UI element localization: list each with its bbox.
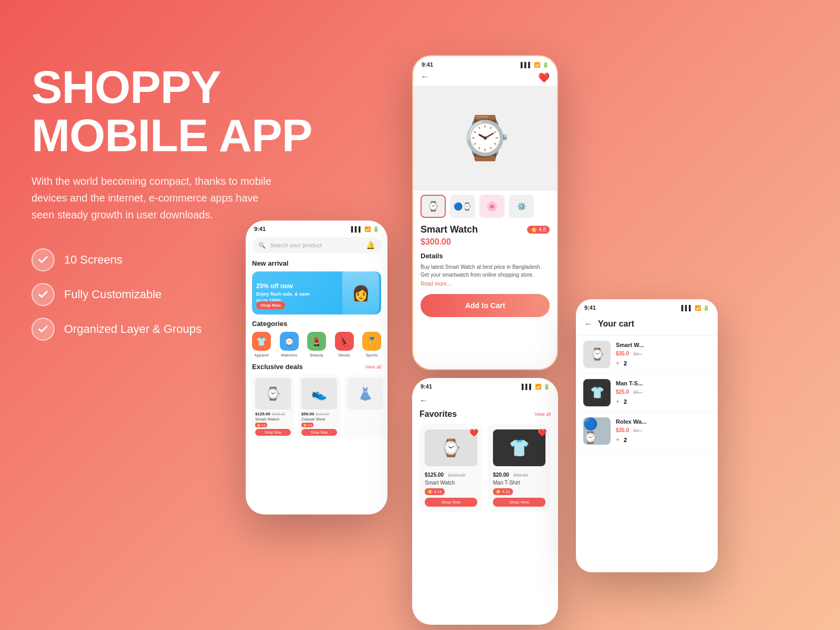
details-label: Details (421, 252, 550, 260)
detail-name: Smart Watch (421, 224, 478, 235)
shop-btn-1[interactable]: Shop Now (255, 429, 291, 436)
categories-label: Categories (252, 320, 381, 328)
cart-item-info-1: Smart W... $35.0 $4... + 2 (616, 342, 710, 367)
banner-shop-btn[interactable]: Shop Now (256, 301, 285, 309)
read-more-link[interactable]: Read more.... (421, 281, 550, 287)
fav-price-row-1: $125.00 $199.00 (425, 469, 477, 479)
fav-shop-btn-1[interactable]: Shop Now (425, 498, 477, 507)
cart-item-1[interactable]: ⌚ Smart W... $35.0 $4... + 2 (576, 335, 718, 374)
fav-price-2: $20.00 (493, 472, 509, 478)
signal-icon-2: ▌▌▌ (521, 62, 532, 68)
fav-card-2[interactable]: ❤️ 👕 $20.00 $50.00 Man T-Shirt ⭐ 4.11 Sh… (488, 424, 551, 512)
cat-icon-shoes: 👠 (335, 332, 354, 351)
cart-item-oldprice-2: $5... (633, 390, 643, 395)
thumb-4[interactable]: ⚙️ (509, 195, 534, 218)
fav-heart-2[interactable]: ❤️ (538, 428, 547, 437)
fav-back-button[interactable]: ← (419, 396, 428, 405)
cart-item-prices-3: $35.0 $4... (616, 425, 710, 434)
feature-label-2: Fully Customizable (64, 288, 162, 301)
rating-badge-2: ⭐ 4.3 (301, 423, 313, 427)
product-img-3: 👗 (348, 378, 383, 410)
qty-control-2: + 2 (616, 398, 710, 405)
detail-info: Smart Watch ⭐ 4.8 $300.00 Details Buy la… (413, 224, 557, 287)
banner-image: 👩 (342, 271, 379, 314)
product-img-1: ⌚ (255, 378, 291, 410)
heart-icon-1[interactable]: ♡ (286, 378, 291, 384)
cat-shoes[interactable]: 👠 Shoes (335, 332, 354, 358)
qty-minus-1[interactable]: + (616, 360, 620, 367)
fav-card-1[interactable]: ❤️ ⌚ $125.00 $199.00 Smart Watch ⭐ 4.11 … (419, 424, 482, 512)
favorites-label: Favorites (419, 410, 457, 419)
fav-view-all[interactable]: View all (534, 412, 551, 417)
star-icon: ⭐ (531, 227, 537, 233)
favorite-heart-icon[interactable]: ❤️ (538, 72, 550, 83)
fav-oldprice-1: $199.00 (448, 472, 466, 478)
qty-num-1: 2 (624, 360, 627, 366)
detail-nav: ← ❤️ (413, 70, 557, 86)
search-placeholder: Search your product (270, 242, 322, 248)
cat-watches[interactable]: ⌚ Watches (280, 332, 299, 358)
thumb-1[interactable]: ⌚ (421, 195, 446, 218)
cart-back-button[interactable]: ← (584, 319, 593, 329)
cart-item-name-3: Rolex Wa... (616, 418, 710, 425)
cat-beauty[interactable]: 💄 Beauty (307, 332, 326, 358)
fav-oldprice-2: $50.00 (513, 472, 528, 478)
qty-plus-2[interactable]: + (616, 398, 620, 405)
battery-icon-2: 🔋 (542, 62, 549, 68)
banner[interactable]: 25% off now Enjoy flash sale, & save up … (252, 271, 381, 314)
product-name-2: Casual Shoe (301, 417, 337, 422)
fav-rating-2: ⭐ 4.11 (493, 488, 513, 495)
cat-label-shoes: Shoes (338, 353, 350, 358)
app-title: SHOPPY MOBILE APP (32, 63, 346, 160)
heart-icon-2[interactable]: ♡ (332, 378, 337, 384)
fav-name-2: Man T-Shirt (493, 480, 545, 486)
wifi-icon: 📶 (364, 226, 371, 232)
cart-item-prices-2: $25.0 $5... (616, 386, 710, 396)
phone-home: 9:41 ▌▌▌ 📶 🔋 🔍 Search your product 🔔 New… (246, 220, 387, 514)
fav-shop-btn-2[interactable]: Shop Now (493, 498, 545, 507)
shop-btn-2[interactable]: Shop Now (301, 429, 337, 436)
status-icons-2: ▌▌▌ 📶 🔋 (521, 62, 549, 68)
cart-title: Your cart (598, 319, 634, 329)
cart-item-info-3: Rolex Wa... $35.0 $4... + 2 (616, 418, 710, 444)
cat-sports[interactable]: 🏅 Sports (362, 332, 381, 358)
qty-num-2: 2 (624, 398, 627, 405)
cart-item-2[interactable]: 👕 Man T-S... $25.0 $5... + 2 (576, 374, 718, 412)
cart-header: ← Your cart (576, 313, 718, 335)
check-icon-2 (32, 283, 55, 306)
back-button[interactable]: ← (421, 72, 429, 83)
status-icons-4: ▌▌▌ 📶 🔋 (681, 305, 709, 311)
cat-icon-beauty: 💄 (307, 332, 326, 351)
product-card-2[interactable]: ♡ 👟 $50.00 $100.00 Casual Shoe ⭐ 4.3 Sho… (298, 375, 340, 439)
product-card-1[interactable]: ♡ ⌚ $125.00 $199.00 Smart Watch ⭐ 4.5 Sh… (252, 375, 294, 439)
add-to-cart-button[interactable]: Add to Cart (421, 294, 550, 317)
detail-rating: ⭐ 4.8 (527, 226, 550, 234)
products-row: ♡ ⌚ $125.00 $199.00 Smart Watch ⭐ 4.5 Sh… (252, 375, 381, 439)
product-oldprice-1: $199.00 (272, 412, 285, 416)
app-title-line1: SHOPPY (32, 61, 221, 113)
status-icons-3: ▌▌▌ 📶 🔋 (522, 384, 550, 390)
detail-description: Buy latest Smart Watch at best price in … (421, 263, 550, 279)
qty-num-3: 2 (624, 437, 627, 443)
signal-icon-4: ▌▌▌ (681, 305, 692, 311)
deals-header: Exclusive deals View all (252, 363, 381, 371)
wifi-icon-4: 📶 (695, 305, 701, 311)
cart-item-img-1: ⌚ (583, 341, 611, 368)
cart-item-price-2: $25.0 (616, 389, 629, 395)
check-icon-3 (32, 318, 55, 341)
thumb-3[interactable]: 🌸 (479, 195, 505, 218)
product-card-3: 👗 (344, 375, 386, 439)
cart-item-3[interactable]: 🔵⌚ Rolex Wa... $35.0 $4... + 2 (576, 412, 718, 450)
thumb-2[interactable]: 🔵⌚ (450, 195, 475, 218)
phone-favorites: 9:41 ▌▌▌ 📶 🔋 ← Favorites View all ❤️ ⌚ $… (412, 378, 558, 625)
wifi-icon-2: 📶 (534, 62, 540, 68)
product-price-1: $125.00 (255, 412, 270, 416)
view-all-deals[interactable]: View all (365, 364, 381, 370)
fav-heart-1[interactable]: ❤️ (469, 428, 478, 437)
qty-plus-3[interactable]: + (616, 436, 620, 444)
search-bar[interactable]: 🔍 Search your product 🔔 (252, 237, 381, 253)
cat-apparel[interactable]: 👕 Apparel (252, 332, 271, 358)
battery-icon-3: 🔋 (543, 384, 550, 390)
cart-item-img-3: 🔵⌚ (583, 417, 611, 445)
status-time-1: 9:41 (254, 226, 266, 232)
